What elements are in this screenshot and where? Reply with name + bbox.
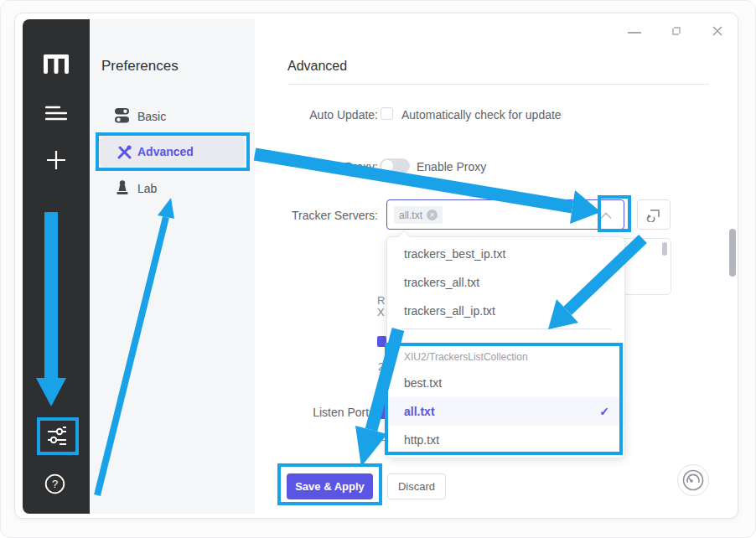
proxy-toggle[interactable] xyxy=(380,158,410,173)
dropdown-group-label: XIU2/TrackersListCollection xyxy=(387,348,624,366)
chevron-up-icon xyxy=(600,212,612,220)
dropdown-option[interactable]: http.txt xyxy=(387,426,624,454)
sidebar-item-help[interactable]: ? xyxy=(44,473,65,494)
dropdown-option-selected[interactable]: all.txt ✓ xyxy=(387,397,624,426)
auto-update-checkbox[interactable] xyxy=(381,107,393,120)
proxy-label: Proxy: xyxy=(252,160,378,173)
auto-update-checkbox-label: Automatically check for update xyxy=(401,108,562,122)
lab-icon xyxy=(116,180,129,196)
sidebar-item-basic[interactable]: Basic xyxy=(100,103,245,130)
listen-ports-label: Listen Ports: xyxy=(252,406,378,419)
selected-tag: all.txt × xyxy=(394,206,443,224)
restore-icon xyxy=(671,25,682,37)
svg-text:?: ? xyxy=(51,478,57,490)
obscured-fragment: 2 xyxy=(378,360,384,373)
add-task-icon xyxy=(46,150,66,170)
tracker-servers-label: Tracker Servers: xyxy=(252,209,378,222)
sidebar-item-preferences[interactable] xyxy=(43,422,71,449)
tracker-select-dropdown: trackers_best_ip.txt trackers_all.txt tr… xyxy=(386,236,625,458)
title-divider xyxy=(287,84,709,85)
content-scrollbar[interactable] xyxy=(729,229,736,277)
dropdown-divider xyxy=(402,328,611,329)
obscured-fragment: X xyxy=(377,306,385,318)
sidebar-item-label: Advanced xyxy=(137,145,194,158)
sync-trackers-button[interactable] xyxy=(637,199,671,230)
obscured-checkbox-fragment xyxy=(377,336,386,347)
dropdown-option[interactable]: best.txt xyxy=(387,369,624,397)
minimize-button[interactable] xyxy=(623,23,646,43)
dropdown-option[interactable]: trackers_all_ip.txt xyxy=(387,297,624,325)
close-button[interactable] xyxy=(707,21,728,41)
check-icon: ✓ xyxy=(599,397,609,426)
page: ? Preferences Basic Advanced Lab Ad xyxy=(0,0,756,538)
discard-button[interactable]: Discard xyxy=(387,473,446,499)
task-list-icon xyxy=(45,105,67,122)
speed-limit-button[interactable] xyxy=(677,464,709,496)
sidebar-item-task-list[interactable] xyxy=(43,101,70,125)
obscured-fragment: R xyxy=(377,294,385,307)
motrix-logo-icon xyxy=(44,54,69,74)
speedometer-icon xyxy=(682,469,704,491)
restore-button[interactable] xyxy=(665,21,687,41)
sidebar-item-advanced[interactable]: Advanced xyxy=(100,137,245,167)
close-icon xyxy=(711,24,724,38)
auto-update-label: Auto Update: xyxy=(252,108,378,122)
sidebar-item-lab[interactable]: Lab xyxy=(100,175,245,202)
save-apply-button[interactable]: Save & Apply xyxy=(287,473,373,499)
preferences-panel-title: Preferences xyxy=(101,58,179,75)
sidebar-item-label: Basic xyxy=(137,110,166,123)
textarea-scrollbar[interactable] xyxy=(662,242,667,256)
motrix-logo xyxy=(41,51,71,76)
tag-remove-icon[interactable]: × xyxy=(427,210,438,220)
toggles-icon xyxy=(114,107,130,124)
proxy-toggle-label: Enable Proxy xyxy=(417,160,486,173)
dropdown-option[interactable]: trackers_best_ip.txt xyxy=(387,240,624,268)
obscured-fragment: E xyxy=(379,431,386,443)
dropdown-option[interactable]: trackers_all.txt xyxy=(387,268,624,297)
obscured-input-fragment xyxy=(379,402,386,419)
sidebar-item-add-task[interactable] xyxy=(44,148,68,172)
help-icon: ? xyxy=(44,473,65,494)
dropdown-option-label: all.txt xyxy=(404,405,435,418)
selected-tag-label: all.txt xyxy=(399,210,422,221)
page-title: Advanced xyxy=(287,59,347,74)
preferences-panel xyxy=(90,19,255,514)
minimize-icon xyxy=(628,32,641,34)
tracker-servers-select[interactable]: all.txt × xyxy=(386,199,624,230)
toggle-knob xyxy=(381,160,393,172)
sidebar-item-label: Lab xyxy=(137,182,157,195)
tools-icon xyxy=(117,144,132,160)
sync-icon xyxy=(646,207,661,222)
preferences-sliders-icon xyxy=(46,425,68,447)
